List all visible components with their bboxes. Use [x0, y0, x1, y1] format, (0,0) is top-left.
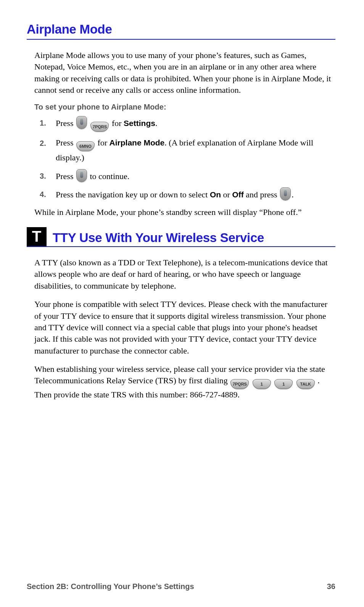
airplane-to-set-label: To set your phone to Airplane Mode:	[34, 103, 335, 111]
step-4-text-a: Press the navigation key up or down to s…	[56, 190, 210, 199]
key-7-icon: 7PQRS	[90, 122, 109, 132]
step-1: Press 7PQRS for Settings.	[40, 116, 335, 132]
key-talk-icon: TALK	[296, 379, 315, 389]
airplane-intro-paragraph: Airplane Mode allows you to use many of …	[34, 50, 335, 96]
ok-softkey-icon	[280, 187, 291, 200]
key-6-icon: 6MNO	[76, 141, 95, 151]
heading-tty: TTY Use With Your Wireless Service	[53, 231, 264, 245]
step-4-text-c: .	[292, 190, 294, 199]
off-label: Off	[232, 190, 243, 199]
step-2: Press 6MNO for Airplane Mode. (A brief e…	[40, 136, 335, 164]
tty-paragraph-2: Your phone is compatible with select TTY…	[34, 299, 335, 357]
heading-rule	[27, 39, 335, 40]
heading-airplane-mode: Airplane Mode	[27, 22, 335, 37]
airplane-steps-list: Press 7PQRS for Settings. Press 6MNO for…	[40, 116, 335, 201]
tty-t-icon: T	[27, 227, 47, 246]
step-3-text-a: Press	[56, 171, 76, 181]
settings-label: Settings	[124, 119, 155, 128]
step-3: Press to continue.	[40, 169, 335, 183]
menu-softkey-icon	[76, 116, 87, 129]
tty-paragraph-1: A TTY (also known as a TDD or Text Telep…	[34, 257, 335, 292]
page-footer: Section 2B: Controlling Your Phone’s Set…	[27, 582, 335, 591]
step-2-text-a: Press	[56, 138, 76, 147]
step-2-text-c: . (A brief explanation of Airplane Mode …	[56, 138, 313, 162]
on-label: On	[210, 190, 221, 199]
tty-paragraph-3: When establishing your wireless service,…	[34, 363, 335, 401]
step-4-text-b: and press	[246, 190, 279, 199]
step-2-text-b: for	[97, 138, 109, 147]
step-1-text-b: for	[112, 118, 124, 128]
heading-rule	[27, 246, 335, 247]
ok-softkey-icon	[76, 169, 87, 182]
step-1-text-c: .	[155, 118, 158, 128]
tty-heading-wrap: T TTY Use With Your Wireless Service	[27, 227, 335, 246]
airplane-mode-label: Airplane Mode	[110, 138, 165, 147]
key-1-icon: 1	[274, 379, 293, 389]
step-4-text-or: or	[223, 190, 232, 199]
footer-section-label: Section 2B: Controlling Your Phone’s Set…	[27, 582, 194, 591]
key-1-icon: 1	[253, 379, 271, 389]
footer-page-number: 36	[327, 582, 335, 591]
step-4: Press the navigation key up or down to s…	[40, 187, 335, 201]
airplane-outro-paragraph: While in Airplane Mode, your phone’s sta…	[34, 207, 335, 218]
step-3-text-b: to continue.	[90, 171, 129, 181]
key-7-icon: 7PQRS	[230, 379, 249, 389]
step-1-text-a: Press	[56, 118, 76, 128]
